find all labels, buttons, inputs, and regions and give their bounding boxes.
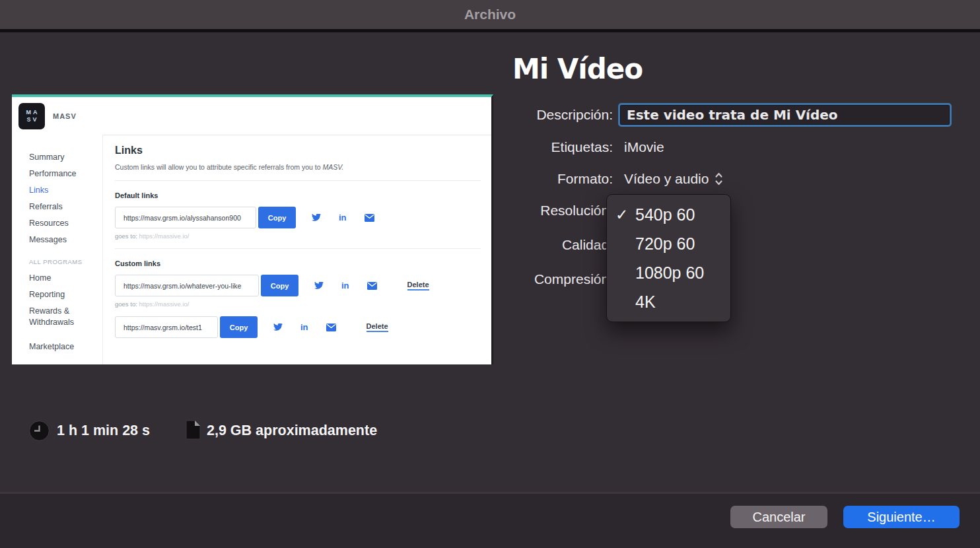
- linkedin-icon: in: [300, 322, 308, 332]
- description-input[interactable]: [618, 103, 952, 127]
- file-icon: [186, 420, 201, 442]
- delete-link: Delete: [407, 281, 429, 291]
- duration-text: 1 h 1 min 28 s: [57, 423, 150, 439]
- compression-row: Compresión:: [508, 268, 971, 291]
- goes-to-line: goes to: https://massive.io/: [115, 300, 481, 308]
- clock-icon: [29, 421, 50, 444]
- sidebar-item-performance: Performance: [29, 166, 102, 182]
- links-intro-text: Custom links will allow you to attribute…: [115, 163, 323, 171]
- page-title: Mi Vídeo: [512, 53, 643, 85]
- masv-logo-line2: SV: [26, 116, 38, 123]
- mail-icon: [365, 214, 374, 222]
- menu-item-label: 720p 60: [635, 234, 695, 253]
- goes-to-url: https://massive.io/: [139, 232, 189, 240]
- window-title: Archivo: [464, 7, 516, 22]
- divider: [115, 180, 481, 181]
- resolution-row: Resolución:: [508, 199, 971, 222]
- copy-button: Copy: [220, 316, 258, 338]
- titlebar-separator: [0, 29, 980, 32]
- default-links-label: Default links: [115, 191, 481, 199]
- sidebar-item-summary: Summary: [29, 149, 102, 166]
- menu-item-720p60[interactable]: 720p 60: [607, 229, 730, 258]
- sidebar-item-resources: Resources: [29, 215, 102, 232]
- custom-links-label: Custom links: [115, 259, 481, 267]
- twitter-icon: [314, 282, 324, 290]
- copy-button: Copy: [258, 207, 296, 228]
- goes-to-line: goes to: https://massive.io/: [115, 232, 481, 240]
- filesize-text: 2,9 GB aproximadamente: [207, 423, 377, 439]
- masv-logo-line1: MA: [26, 109, 40, 116]
- delete-link: Delete: [367, 322, 388, 332]
- menu-item-1080p60[interactable]: 1080p 60: [607, 258, 730, 287]
- link-row-custom-2: https://masv.grsm.io/test1 Copy in Delet…: [115, 316, 481, 338]
- dialog-footer: Cancelar Siguiente…: [0, 492, 980, 548]
- quality-label: Calidad:: [508, 237, 613, 253]
- linkedin-icon: in: [339, 213, 347, 223]
- sidebar-item-marketplace: Marketplace: [29, 339, 102, 355]
- links-heading: Links: [115, 145, 481, 156]
- quality-row: Calidad:: [508, 234, 971, 256]
- url-field: https://masv.grsm.io/whatever-you-like: [115, 275, 259, 296]
- sidebar-item-reporting: Reporting: [29, 287, 102, 303]
- url-field: https://masv.grsm.io/alyssahanson900: [115, 207, 256, 228]
- goes-to-prefix: goes to:: [115, 300, 139, 308]
- resolution-label: Resolución:: [508, 203, 613, 219]
- sidebar-item-home: Home: [29, 270, 102, 287]
- menu-item-label: 1080p 60: [635, 263, 704, 282]
- sidebar-item-links: Links: [29, 182, 102, 199]
- sidebar-section-all-programs: ALL PROGRAMS: [29, 254, 102, 270]
- mail-icon: [367, 282, 377, 290]
- links-intro-emphasis: MASV.: [323, 163, 344, 171]
- compression-label: Compresión:: [508, 271, 613, 287]
- goes-to-url: https://massive.io/: [139, 300, 189, 308]
- twitter-icon: [273, 324, 283, 331]
- divider: [115, 248, 481, 249]
- twitter-icon: [312, 214, 321, 222]
- link-row-default: https://masv.grsm.io/alyssahanson900 Cop…: [115, 207, 481, 228]
- goes-to-prefix: goes to:: [115, 232, 139, 240]
- sidebar-item-rewards-withdrawals: Rewards & Withdrawals: [29, 303, 90, 331]
- resolution-menu: ✓ 540p 60 720p 60 1080p 60 4K: [606, 194, 731, 322]
- masv-body: Summary Performance Links Referrals Reso…: [12, 135, 491, 364]
- menu-item-4k[interactable]: 4K: [607, 287, 730, 316]
- linkedin-icon: in: [341, 281, 349, 291]
- copy-button: Copy: [261, 275, 298, 296]
- tags-value[interactable]: iMovie: [624, 139, 664, 155]
- checkmark-icon: ✓: [615, 200, 628, 229]
- masv-content: Links Custom links will allow you to att…: [102, 135, 491, 364]
- description-label: Descripción:: [508, 107, 613, 123]
- link-row-custom-1: https://masv.grsm.io/whatever-you-like C…: [115, 275, 481, 296]
- url-field: https://masv.grsm.io/test1: [115, 316, 218, 338]
- menu-item-label: 540p 60: [635, 205, 695, 224]
- chevron-updown-icon: [715, 172, 723, 186]
- sidebar-item-messages: Messages: [29, 232, 102, 248]
- masv-sidebar: Summary Performance Links Referrals Reso…: [12, 135, 102, 364]
- format-row: Formato: Vídeo y audio: [508, 168, 971, 190]
- format-label: Formato:: [508, 171, 613, 187]
- video-preview: MA SV MASV Summary Performance Links Ref…: [12, 94, 493, 364]
- links-intro: Custom links will allow you to attribute…: [115, 163, 481, 171]
- masv-brand: MASV: [53, 112, 77, 120]
- sidebar-item-referrals: Referrals: [29, 199, 102, 215]
- tags-label: Etiquetas:: [508, 139, 613, 155]
- mail-icon: [326, 324, 336, 331]
- tags-row: Etiquetas: iMovie: [508, 136, 971, 158]
- menu-item-label: 4K: [635, 292, 656, 311]
- window-titlebar: Archivo: [0, 0, 980, 29]
- format-value: Vídeo y audio: [624, 171, 709, 187]
- menu-item-540p60[interactable]: ✓ 540p 60: [607, 200, 730, 229]
- format-popup[interactable]: Vídeo y audio: [624, 171, 723, 187]
- masv-header: MA SV MASV: [12, 97, 491, 135]
- cancel-button[interactable]: Cancelar: [730, 506, 827, 528]
- description-row: Descripción:: [508, 104, 971, 126]
- masv-logo: MA SV: [18, 103, 45, 129]
- next-button[interactable]: Siguiente…: [843, 506, 960, 528]
